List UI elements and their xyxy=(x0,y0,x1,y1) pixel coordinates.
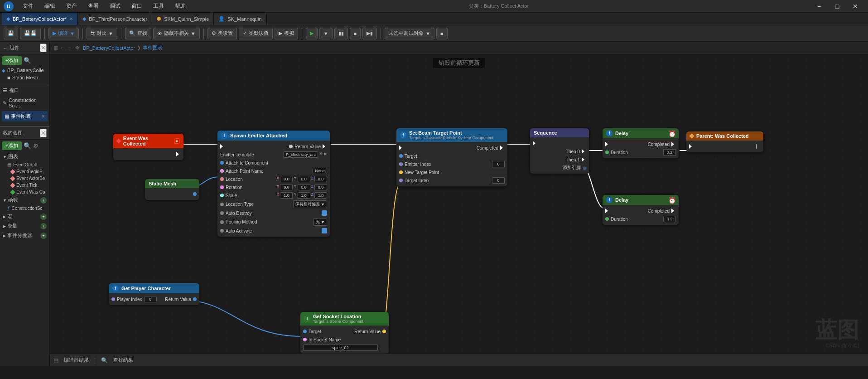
tab-sk-mannequin[interactable]: 👤 SK_Mannequin xyxy=(214,13,266,25)
seq-add-pin[interactable]: 添加引脚 ⊕ xyxy=(563,165,586,171)
nav-fwd-icon[interactable]: → xyxy=(67,45,72,51)
compile-button[interactable]: ▶ 编译 ▼ xyxy=(48,28,79,39)
play-dropdown[interactable]: ▼ xyxy=(319,28,333,39)
delay2-node[interactable]: f Delay ⏰ Completed xyxy=(603,195,679,225)
tab-battery-close[interactable]: ✕ xyxy=(69,16,73,21)
bp-panel-close[interactable]: ✕ xyxy=(40,129,47,137)
event-tick-item[interactable]: Event Tick xyxy=(0,182,49,189)
macros-header[interactable]: ▶ 宏 + xyxy=(0,212,49,221)
component-static-mesh[interactable]: ■ Static Mesh xyxy=(0,74,49,81)
blueprint-canvas[interactable]: 销毁前循环更新 xyxy=(50,54,868,354)
play-button[interactable]: ▶ xyxy=(306,28,318,39)
delay1-node[interactable]: f Delay ⏰ Completed xyxy=(603,128,679,158)
tab-bp-third[interactable]: ◆ BP_ThirdPersonCharacter xyxy=(78,13,152,25)
construction-func-item[interactable]: ƒ ConstructionSc xyxy=(0,205,49,212)
add-dispatcher-btn[interactable]: + xyxy=(40,233,47,239)
tab-skm-quinn[interactable]: ⬢ SKM_Quinn_Simple xyxy=(152,13,214,25)
seq-add-pin-row: 添加引脚 ⊕ xyxy=(530,164,589,172)
event-actor-item[interactable]: Event ActorBe xyxy=(0,175,49,182)
add-bp-button[interactable]: +添加 xyxy=(2,141,22,150)
step-button[interactable]: ▶▮ xyxy=(362,28,377,39)
emitter-eye-icon[interactable]: 👁 xyxy=(319,151,323,158)
breadcrumb-current[interactable]: 事件图表 xyxy=(143,44,163,51)
menu-tools[interactable]: 工具 xyxy=(151,1,166,11)
delay1-clock-icon: ⏰ xyxy=(668,130,676,137)
rot-x-label: X xyxy=(276,184,279,190)
debug-dropdown-arrow: ▼ xyxy=(425,31,430,36)
add-macro-btn[interactable]: + xyxy=(40,214,47,220)
get-player-character-node[interactable]: f Get Player Character Player Index 0 Re… xyxy=(109,283,199,305)
components-close-button[interactable]: ✕ xyxy=(40,44,47,52)
compare-dropdown[interactable]: ▼ xyxy=(108,31,113,36)
parent-diamond-icon xyxy=(689,133,694,138)
compare-button[interactable]: ⇆ 对比 ▼ xyxy=(87,28,117,39)
menu-file[interactable]: 文件 xyxy=(21,1,35,11)
components-nav-back[interactable]: ← xyxy=(3,45,8,51)
loc-type-dropdown[interactable]: 保持相对偏差 ▼ xyxy=(293,200,327,208)
set-beam-node[interactable]: f Set Beam Target Point Target is Cascad… xyxy=(396,128,507,186)
dispatchers-header[interactable]: ▶ 事件分发器 + xyxy=(0,231,49,240)
hide-related-button[interactable]: 👁 隐藏不相关 ▼ xyxy=(153,28,200,39)
menu-view[interactable]: 查看 xyxy=(86,1,101,11)
menu-debug[interactable]: 调试 xyxy=(108,1,122,11)
pause-button[interactable]: ▮▮ xyxy=(334,28,348,39)
static-mesh-header: Static Mesh xyxy=(145,179,199,188)
event-badge: ● xyxy=(174,138,180,144)
emitter-browse-icon[interactable]: ▶ xyxy=(324,151,327,158)
compile-dropdown[interactable]: ▼ xyxy=(70,31,75,36)
close-button[interactable]: ✕ xyxy=(846,0,864,13)
functions-header[interactable]: ▼ 函数 + xyxy=(0,195,49,205)
maximize-button[interactable]: □ xyxy=(828,0,846,13)
add-component-button[interactable]: +添加 xyxy=(2,56,22,65)
class-settings-button[interactable]: ⚙ 类设置 xyxy=(207,28,237,39)
event-graph-close[interactable]: ✕ xyxy=(41,114,45,119)
sequence-node[interactable]: Sequence Then 0 xyxy=(530,128,589,174)
parent-was-collected-node[interactable]: Parent: Was Collected xyxy=(686,131,763,152)
find-button[interactable]: 🔍 查找 xyxy=(125,28,151,39)
get-socket-location-node[interactable]: f Get Socket Location Target is Scene Co… xyxy=(300,312,389,354)
debug-target-dropdown[interactable]: 未选中调试对象 ▼ xyxy=(385,28,434,39)
event-graph-tab-header[interactable]: ▤ 事件图表 ✕ xyxy=(2,111,48,121)
add-variable-btn[interactable]: + xyxy=(40,223,47,229)
class-defaults-button[interactable]: ✓ 类默认值 xyxy=(239,28,273,39)
menu-edit[interactable]: 编辑 xyxy=(43,1,57,11)
debug-extra-button[interactable]: ■ xyxy=(436,28,448,39)
event-was-collected-node[interactable]: Event Was Collected ● xyxy=(113,134,183,160)
bp-settings-button[interactable]: ⚙ xyxy=(33,142,39,149)
breadcrumb-root[interactable]: BP_BatteryCollectActor xyxy=(83,45,135,51)
auto-destroy-checkbox[interactable] xyxy=(322,210,327,216)
nav-back-icon[interactable]: ← xyxy=(60,45,65,51)
minimize-button[interactable]: − xyxy=(810,0,828,13)
stop-button[interactable]: ■ xyxy=(350,28,361,39)
simulate-button[interactable]: ▶ 模拟 xyxy=(275,28,298,39)
parent-exec-in xyxy=(689,144,694,149)
auto-activate-checkbox[interactable] xyxy=(322,228,327,233)
variables-header[interactable]: ▶ 变量 + xyxy=(0,221,49,231)
menu-help[interactable]: 帮助 xyxy=(173,1,188,11)
menu-asset[interactable]: 资产 xyxy=(64,1,79,11)
get-player-f-badge: f xyxy=(112,285,119,292)
delay1-exec-in xyxy=(605,142,610,146)
tab-bp-battery[interactable]: ◆ BP_BatteryCollectActor* ✕ xyxy=(2,13,78,25)
save-all-button[interactable]: 💾💾 xyxy=(20,28,41,39)
search-bp-button[interactable]: 🔍 xyxy=(24,142,31,149)
add-function-btn[interactable]: + xyxy=(40,197,47,204)
spawn-emitter-node[interactable]: f Spawn Emitter Attached Return Value xyxy=(217,131,330,237)
sequence-title: Sequence xyxy=(534,130,557,136)
event-begin-play-item[interactable]: EventBeginP xyxy=(0,168,49,175)
compiler-results-tab[interactable]: 编译器结果 xyxy=(64,357,89,364)
event-begin-icon xyxy=(10,169,15,174)
event-graph-item[interactable]: ▤ EventGraph xyxy=(0,161,49,168)
socket-return-pin: Return Value xyxy=(354,329,386,334)
graph-section-header[interactable]: ▼ 图表 xyxy=(0,152,49,161)
event-was-co-item[interactable]: Event Was Co xyxy=(0,189,49,195)
static-mesh-node[interactable]: Static Mesh xyxy=(145,179,199,200)
find-results-tab[interactable]: 查找结果 xyxy=(113,357,133,364)
search-component-button[interactable]: 🔍 xyxy=(24,57,31,64)
menu-window[interactable]: 窗口 xyxy=(130,1,144,11)
spawn-exec-row: Return Value xyxy=(217,142,330,151)
component-bp-battery[interactable]: ◆ BP_BatteryColle xyxy=(0,67,49,74)
save-button[interactable]: 💾 xyxy=(4,28,18,39)
pooling-dropdown[interactable]: 无 ▼ xyxy=(313,218,327,226)
hide-dropdown[interactable]: ▼ xyxy=(191,31,196,36)
